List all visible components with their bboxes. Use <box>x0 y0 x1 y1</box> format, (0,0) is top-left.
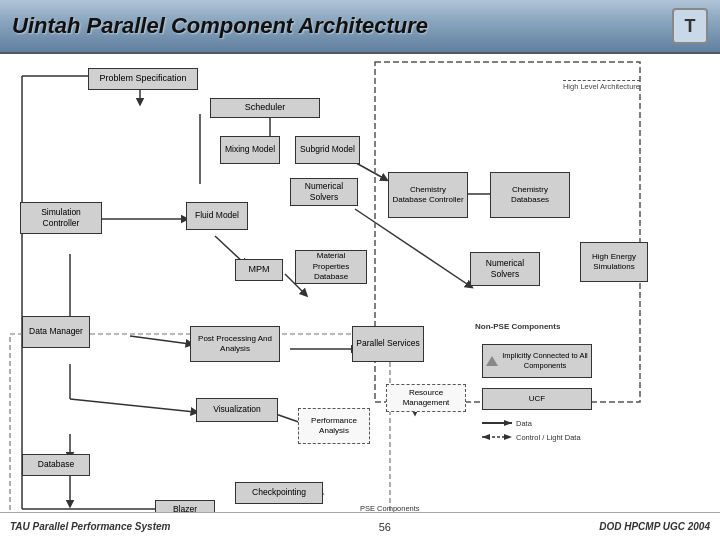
svg-line-8 <box>355 209 470 286</box>
svg-line-10 <box>130 336 190 344</box>
page-title: Uintah Parallel Component Architecture <box>12 13 428 39</box>
main-diagram: High Level Architecture Problem Specific… <box>0 54 720 540</box>
implicitly-box: Implicitly Connected to All Components <box>482 344 592 378</box>
svg-marker-27 <box>504 434 512 440</box>
chemistry-db-box: Chemistry Databases <box>490 172 570 218</box>
post-processing-box: Post Processing And Analysis <box>190 326 280 362</box>
control-light-legend: Control / Light Data <box>482 432 581 442</box>
footer-page-number: 56 <box>379 521 391 533</box>
logo-icon: T <box>672 8 708 44</box>
header: Uintah Parallel Component Architecture T <box>0 0 720 54</box>
parallel-services-box: Parallel Services <box>352 326 424 362</box>
performance-analysis-box: Performance Analysis <box>298 408 370 444</box>
csafe-sublabel: High Level Architecture <box>563 80 640 91</box>
arrows-svg <box>0 54 720 540</box>
high-energy-sim-box: High Energy Simulations <box>580 242 648 282</box>
material-properties-box: Material Properties Database <box>295 250 367 284</box>
checkpointing-box: Checkpointing <box>235 482 323 504</box>
mpm-box: MPM <box>235 259 283 281</box>
ucf-box: UCF <box>482 388 592 410</box>
subgrid-model-box: Subgrid Model <box>295 136 360 164</box>
svg-marker-25 <box>504 420 512 426</box>
page: Uintah Parallel Component Architecture T <box>0 0 720 540</box>
database-box: Database <box>22 454 90 476</box>
resource-management-box: Resource Management <box>386 384 466 412</box>
numerical-solvers-right-box: Numerical Solvers <box>470 252 540 286</box>
mixing-model-box: Mixing Model <box>220 136 280 164</box>
data-manager-box: Data Manager <box>22 316 90 348</box>
data-legend: Data <box>482 418 532 428</box>
footer-left: TAU Parallel Performance System <box>10 521 170 532</box>
scheduler-box: Scheduler <box>210 98 320 118</box>
svg-marker-28 <box>482 434 490 440</box>
footer-right: DOD HPCMP UGC 2004 <box>599 521 710 532</box>
simulation-controller-box: Simulation Controller <box>20 202 102 234</box>
non-pse-label: Non-PSE Components <box>475 322 560 331</box>
chemistry-db-controller-box: Chemistry Database Controller <box>388 172 468 218</box>
visualization-box: Visualization <box>196 398 278 422</box>
numerical-solvers-top-box: Numerical Solvers <box>290 178 358 206</box>
fluid-model-box: Fluid Model <box>186 202 248 230</box>
problem-spec-box: Problem Specification <box>88 68 198 90</box>
footer: TAU Parallel Performance System 56 DOD H… <box>0 512 720 540</box>
svg-line-13 <box>70 399 195 412</box>
